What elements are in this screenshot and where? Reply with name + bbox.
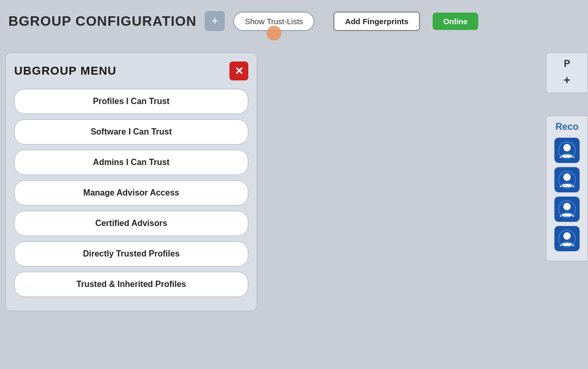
svg-point-0 [563,144,571,151]
add-fingerprints-button[interactable]: Add Fingerprints [333,12,420,31]
recent-panel: Reco [546,116,588,261]
right-panel-top: P + [546,53,588,93]
sidebar-item-admins-can-trust[interactable]: Admins I Can Trust [14,150,248,175]
header: BGROUP CONFIGURATION + Show Trust-Lists … [0,0,588,42]
svg-point-2 [563,173,571,181]
recent-label: Reco [551,121,583,132]
sidebar-header: UBGROUP MENU [14,62,248,80]
sidebar-item-software-can-trust[interactable]: Software I Can Trust [14,119,248,145]
right-panel-p-label: P [551,58,583,69]
avatar-4[interactable] [554,226,580,251]
sidebar-item-directly-trusted-profiles[interactable]: Directly Trusted Profiles [14,241,248,266]
sidebar-item-certified-advisors[interactable]: Certified Advisors [14,211,248,236]
right-panel-plus-button[interactable]: + [551,74,583,87]
trust-btn-indicator [267,26,281,40]
avatar-2[interactable] [554,167,580,192]
page-title: BGROUP CONFIGURATION [8,13,196,29]
main-content [262,53,541,369]
svg-point-4 [563,203,571,210]
sidebar-item-trusted-inherited-profiles[interactable]: Trusted & Inherited Profiles [14,272,248,297]
sidebar-item-manage-advisor-access[interactable]: Manage Advisor Access [14,180,248,206]
avatar-3[interactable] [554,197,580,222]
avatar-1[interactable] [554,138,580,163]
sidebar-item-profiles-can-trust[interactable]: Profiles I Can Trust [14,89,248,114]
add-button[interactable]: + [205,11,225,31]
sidebar-panel: UBGROUP MENU Profiles I Can Trust Softwa… [5,53,257,311]
online-button[interactable]: Online [433,13,478,30]
close-button[interactable] [229,62,248,80]
sidebar-title: UBGROUP MENU [14,64,117,78]
svg-point-6 [563,232,571,240]
